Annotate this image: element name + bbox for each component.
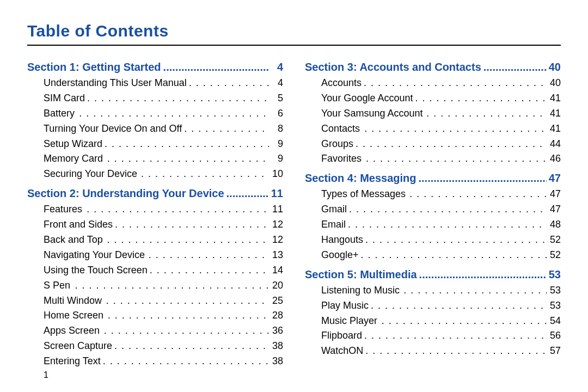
toc-item[interactable]: Securing Your Device10 bbox=[27, 167, 283, 182]
toc-page-number: 40 bbox=[548, 76, 561, 91]
leader-dots bbox=[356, 137, 547, 152]
leader-dots bbox=[364, 328, 547, 344]
toc-item-label: Understanding This User Manual bbox=[44, 76, 187, 91]
toc-item[interactable]: Google+52 bbox=[305, 248, 561, 263]
leader-dots bbox=[106, 293, 269, 309]
toc-item[interactable]: Home Screen28 bbox=[27, 308, 283, 323]
toc-item-label: Navigating Your Device bbox=[44, 248, 145, 263]
toc-page-number: 53 bbox=[548, 283, 561, 298]
toc-item-label: Email bbox=[321, 217, 346, 232]
toc-item[interactable]: Accounts40 bbox=[305, 76, 561, 91]
toc-item[interactable]: Music Player54 bbox=[305, 314, 561, 329]
toc-item-label: WatchON bbox=[321, 344, 363, 359]
toc-column-right: Section 3: Accounts and Contacts40Accoun… bbox=[305, 56, 561, 369]
toc-section[interactable]: Section 1: Getting Started4 bbox=[27, 59, 283, 76]
toc-item[interactable]: Battery6 bbox=[27, 106, 283, 121]
leader-dots bbox=[149, 248, 269, 263]
toc-page-number: 4 bbox=[270, 76, 283, 91]
leader-dots bbox=[349, 202, 547, 217]
toc-item-label: Apps Screen bbox=[44, 323, 100, 339]
toc-item[interactable]: Types of Messages47 bbox=[305, 187, 561, 202]
toc-page-number: 11 bbox=[270, 185, 283, 202]
leader-dots bbox=[419, 170, 547, 187]
toc-page-number: 41 bbox=[548, 91, 561, 106]
toc-section[interactable]: Section 2: Understanding Your Device11 bbox=[27, 185, 283, 202]
leader-dots bbox=[382, 314, 547, 329]
toc-item[interactable]: Turning Your Device On and Off8 bbox=[27, 121, 283, 137]
toc-item-label: Contacts bbox=[321, 121, 360, 137]
leader-dots bbox=[115, 217, 269, 232]
toc-section[interactable]: Section 3: Accounts and Contacts40 bbox=[305, 59, 561, 76]
toc-page-number: 38 bbox=[270, 354, 283, 369]
toc-page-number: 56 bbox=[548, 328, 561, 344]
toc-item-label: Home Screen bbox=[44, 308, 103, 323]
toc-item-label: Front and Sides bbox=[44, 217, 113, 232]
toc-item[interactable]: Your Samsung Account41 bbox=[305, 106, 561, 121]
toc-item[interactable]: SIM Card5 bbox=[27, 91, 283, 106]
toc-page-number: 40 bbox=[548, 59, 561, 76]
leader-dots bbox=[163, 59, 269, 76]
toc-section-label: Section 4: Messaging bbox=[305, 170, 416, 187]
toc-item-label: Listening to Music bbox=[321, 283, 400, 298]
toc-page-number: 12 bbox=[270, 232, 283, 248]
toc-item[interactable]: Contacts41 bbox=[305, 121, 561, 137]
toc-item[interactable]: Listening to Music53 bbox=[305, 283, 561, 298]
toc-page-number: 28 bbox=[270, 308, 283, 323]
title-rule bbox=[27, 45, 561, 46]
toc-item-label: Your Google Account bbox=[321, 91, 413, 106]
leader-dots bbox=[79, 106, 269, 121]
toc-item[interactable]: Flipboard56 bbox=[305, 328, 561, 344]
toc-item[interactable]: Screen Capture38 bbox=[27, 339, 283, 354]
leader-dots bbox=[348, 217, 547, 232]
toc-item[interactable]: Understanding This User Manual4 bbox=[27, 76, 283, 91]
toc-item[interactable]: Play Music53 bbox=[305, 298, 561, 314]
toc-page-number: 9 bbox=[270, 151, 283, 167]
toc-item[interactable]: Email48 bbox=[305, 217, 561, 232]
toc-item[interactable]: Navigating Your Device13 bbox=[27, 248, 283, 263]
toc-item[interactable]: Your Google Account41 bbox=[305, 91, 561, 106]
toc-item[interactable]: Gmail47 bbox=[305, 202, 561, 217]
toc-item[interactable]: Apps Screen36 bbox=[27, 323, 283, 339]
leader-dots bbox=[87, 202, 269, 217]
toc-item[interactable]: Setup Wizard9 bbox=[27, 137, 283, 152]
toc-item[interactable]: Entering Text38 bbox=[27, 354, 283, 369]
leader-dots bbox=[107, 232, 269, 248]
toc-item[interactable]: Groups44 bbox=[305, 137, 561, 152]
toc-item-label: Back and Top bbox=[44, 232, 103, 248]
toc-item-label: Hangouts bbox=[321, 232, 363, 248]
toc-item[interactable]: WatchON57 bbox=[305, 344, 561, 359]
toc-page-number: 41 bbox=[548, 106, 561, 121]
toc-item[interactable]: Front and Sides12 bbox=[27, 217, 283, 232]
toc-page-number: 4 bbox=[270, 59, 283, 76]
toc-section[interactable]: Section 4: Messaging47 bbox=[305, 170, 561, 187]
toc-item-label: Setup Wizard bbox=[44, 137, 102, 152]
leader-dots bbox=[426, 106, 547, 121]
toc-item-label: Turning Your Device On and Off bbox=[44, 121, 182, 137]
toc-item-label: Gmail bbox=[321, 202, 347, 217]
toc-page-number: 41 bbox=[548, 121, 561, 137]
toc-item-label: Battery bbox=[44, 106, 75, 121]
toc-page-number: 54 bbox=[548, 314, 561, 329]
toc-item[interactable]: Using the Touch Screen14 bbox=[27, 263, 283, 278]
toc-item-label: Multi Window bbox=[44, 293, 102, 309]
toc-item[interactable]: S Pen20 bbox=[27, 278, 283, 293]
toc-section[interactable]: Section 5: Multimedia53 bbox=[305, 266, 561, 283]
toc-item[interactable]: Memory Card9 bbox=[27, 151, 283, 167]
toc-item-label: Flipboard bbox=[321, 328, 362, 344]
leader-dots bbox=[114, 339, 269, 354]
toc-item-label: Types of Messages bbox=[321, 187, 406, 202]
leader-dots bbox=[189, 76, 269, 91]
toc-page-number: 53 bbox=[548, 266, 561, 283]
toc-page-number: 10 bbox=[270, 167, 283, 182]
toc-item[interactable]: Features11 bbox=[27, 202, 283, 217]
toc-item[interactable]: Favorites46 bbox=[305, 151, 561, 167]
toc-page-number: 9 bbox=[270, 137, 283, 152]
toc-item-label: Groups bbox=[321, 137, 353, 152]
toc-item[interactable]: Multi Window25 bbox=[27, 293, 283, 309]
toc-page-number: 47 bbox=[548, 187, 561, 202]
toc-item[interactable]: Hangouts52 bbox=[305, 232, 561, 248]
toc-item-label: Your Samsung Account bbox=[321, 106, 422, 121]
leader-dots bbox=[365, 232, 547, 248]
toc-item[interactable]: Back and Top12 bbox=[27, 232, 283, 248]
page-title: Table of Contents bbox=[27, 22, 561, 40]
